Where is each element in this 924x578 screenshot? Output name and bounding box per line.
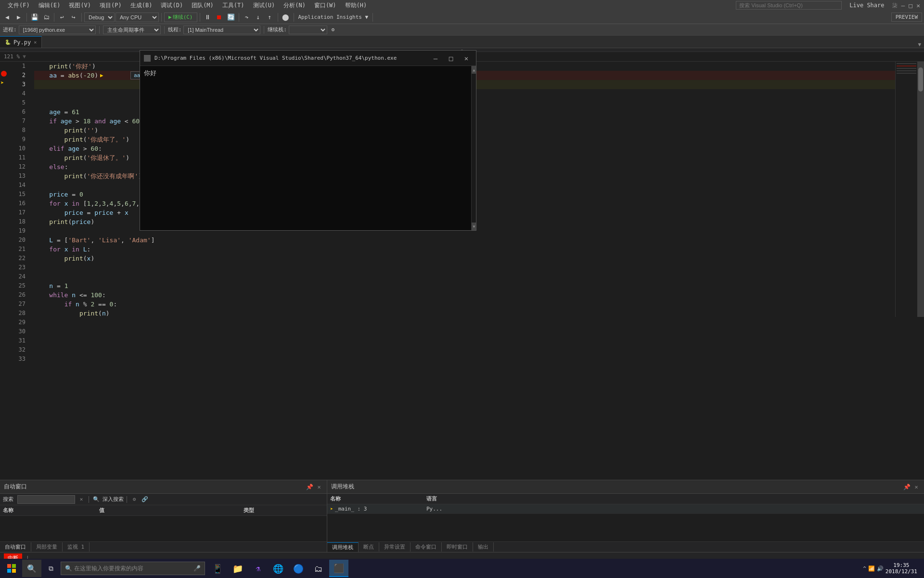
console-close-btn[interactable]: ✕: [461, 53, 472, 64]
auto-panel-pin-btn[interactable]: 📌: [306, 483, 313, 491]
event-dropdown[interactable]: 主生命周期事件: [103, 26, 161, 34]
menu-file[interactable]: 文件(F): [4, 0, 34, 11]
breakpoint-line2[interactable]: [1, 71, 7, 77]
taskbar-app-2[interactable]: 📁: [228, 560, 247, 577]
continue-btn[interactable]: ▶ 继续(C): [164, 13, 197, 22]
back-btn[interactable]: ◀: [2, 12, 13, 23]
forward-btn[interactable]: ▶: [13, 12, 24, 23]
platform-dropdown[interactable]: Any CPU: [116, 13, 159, 22]
settings-btn[interactable]: ⚙: [130, 495, 139, 504]
auto-panel-close-btn[interactable]: ✕: [315, 483, 323, 491]
menu-project[interactable]: 项目(P): [96, 0, 126, 11]
pause-btn[interactable]: ⏸: [203, 12, 213, 23]
tab-breakpoints[interactable]: 断点: [359, 542, 379, 552]
console-scroll-up[interactable]: ▲: [472, 66, 476, 74]
close-btn[interactable]: ✕: [916, 2, 920, 9]
tab-exceptions[interactable]: 异常设置: [379, 542, 411, 552]
menu-window[interactable]: 窗口(W): [310, 0, 340, 11]
step-over-btn[interactable]: ↷: [242, 12, 252, 23]
console-scrollbar[interactable]: ▲ ▼: [471, 66, 476, 230]
tray-icons[interactable]: ^: [863, 565, 866, 572]
watch-tab[interactable]: 监视 1: [63, 542, 90, 552]
tab-pypy[interactable]: 🐍 Py.py ✕: [0, 36, 42, 48]
undo-btn[interactable]: ↩: [57, 12, 67, 23]
tab-callstack[interactable]: 调用堆栈: [327, 542, 359, 552]
tab-immediate[interactable]: 即时窗口: [442, 542, 473, 552]
redo-btn[interactable]: ↪: [68, 12, 79, 23]
step-into-btn[interactable]: ↓: [253, 12, 264, 23]
breakpoint-btn[interactable]: ⬤: [281, 12, 291, 23]
console-scroll-down[interactable]: ▼: [472, 223, 476, 230]
auto-search-input[interactable]: [17, 495, 75, 504]
scroll-thumb[interactable]: [918, 67, 923, 92]
tab-command[interactable]: 命令窗口: [411, 542, 442, 552]
taskbar-search-box[interactable]: 🔍 在这里输入你要搜索的内容 🎤: [61, 562, 205, 575]
task-view-btn[interactable]: ⧉: [42, 560, 60, 577]
sep10: [99, 26, 100, 34]
menu-analyze[interactable]: 分析(N): [280, 0, 309, 11]
editor-scrollbar[interactable]: [917, 62, 924, 317]
tab-close-btn[interactable]: ✕: [34, 39, 37, 45]
live-share-btn[interactable]: Live Share: [846, 1, 888, 10]
save-all-btn[interactable]: 🗂: [41, 12, 51, 23]
call-stack-pin-btn[interactable]: 📌: [903, 483, 911, 491]
gutter-breakpoints: ➤: [0, 62, 8, 317]
stop-btn[interactable]: ⏹: [214, 12, 225, 23]
user-icon[interactable]: 柒: [892, 2, 898, 9]
local-tab[interactable]: 局部变量: [31, 542, 63, 552]
code-line-21: for x in L:: [34, 245, 895, 254]
taskbar-app-cmd[interactable]: ⬛: [329, 560, 348, 577]
menu-tools[interactable]: 工具(T): [218, 0, 248, 11]
filter-dropdown[interactable]: [289, 26, 327, 34]
auto-panel-header-right: 📌 ✕: [306, 483, 323, 491]
maximize-btn[interactable]: □: [909, 2, 912, 9]
ln22: 22: [8, 254, 26, 263]
thread-dropdown[interactable]: [1] MainThread: [183, 26, 260, 34]
console-restore-btn[interactable]: □: [445, 53, 457, 64]
process-dropdown[interactable]: [1968] python.exe: [19, 26, 96, 34]
minimize-btn[interactable]: —: [901, 2, 905, 9]
tab-output[interactable]: 输出: [473, 542, 494, 552]
ln1: 1: [8, 62, 26, 71]
menu-edit[interactable]: 编辑(E): [35, 0, 64, 11]
menu-build[interactable]: 生成(B): [127, 0, 156, 11]
taskbar-app-1[interactable]: 📱: [208, 560, 227, 577]
menu-test[interactable]: 测试(U): [249, 0, 279, 11]
show-desktop-btn[interactable]: [919, 560, 922, 577]
preview-btn[interactable]: PREVIEW: [891, 13, 922, 22]
line-numbers: 1 2 3 4 5 6 7 8 9 10 11 12 13 14 15 16 1…: [8, 62, 29, 317]
menu-help[interactable]: 帮助(H): [341, 0, 371, 11]
call-stack-close-btn[interactable]: ✕: [912, 483, 920, 491]
config-dropdown[interactable]: Debug: [84, 13, 115, 22]
link-btn[interactable]: 🔗: [141, 495, 149, 504]
step-out-btn[interactable]: ↑: [265, 12, 275, 23]
taskbar-app-explorer[interactable]: 🗂: [309, 560, 328, 577]
search-taskbar-btn[interactable]: 🔍: [22, 560, 41, 577]
code-line-23: [34, 263, 895, 272]
console-output: 你好: [144, 69, 156, 77]
search-clear-btn[interactable]: ✕: [77, 495, 86, 504]
menu-view[interactable]: 视图(V): [65, 0, 95, 11]
tab-scroll-right[interactable]: ▼: [915, 41, 924, 48]
mm-breakpoint: [897, 66, 916, 66]
deep-search-btn[interactable]: 🔍: [92, 495, 101, 504]
menu-debug[interactable]: 调试(D): [157, 0, 187, 11]
auto-tab[interactable]: 自动窗口: [0, 542, 31, 552]
auto-panel: 自动窗口 📌 ✕ 搜索 ✕ 🔍 深入搜索 ⚙ 🔗 名称 值 类型: [0, 480, 327, 552]
taskbar-app-edge[interactable]: 🌐: [269, 560, 288, 577]
restart-btn[interactable]: 🔄: [226, 12, 236, 23]
ln21: 21: [8, 245, 26, 254]
play-icon: ▶: [168, 14, 172, 20]
save-btn[interactable]: 💾: [29, 12, 40, 23]
start-button[interactable]: [2, 560, 21, 577]
taskbar-app-chrome[interactable]: 🔵: [289, 560, 308, 577]
menu-team[interactable]: 团队(M): [188, 0, 218, 11]
taskbar-app-vs[interactable]: ⚗: [248, 560, 268, 577]
ln28: 28: [8, 309, 26, 318]
ln9: 9: [8, 135, 26, 144]
clock-time: 19:35: [886, 562, 917, 568]
search-input[interactable]: [736, 1, 842, 10]
clock-area[interactable]: 19:35 2018/12/31: [886, 562, 917, 575]
filter-settings-btn[interactable]: ⚙: [329, 26, 337, 34]
console-minimize-btn[interactable]: —: [430, 53, 441, 64]
